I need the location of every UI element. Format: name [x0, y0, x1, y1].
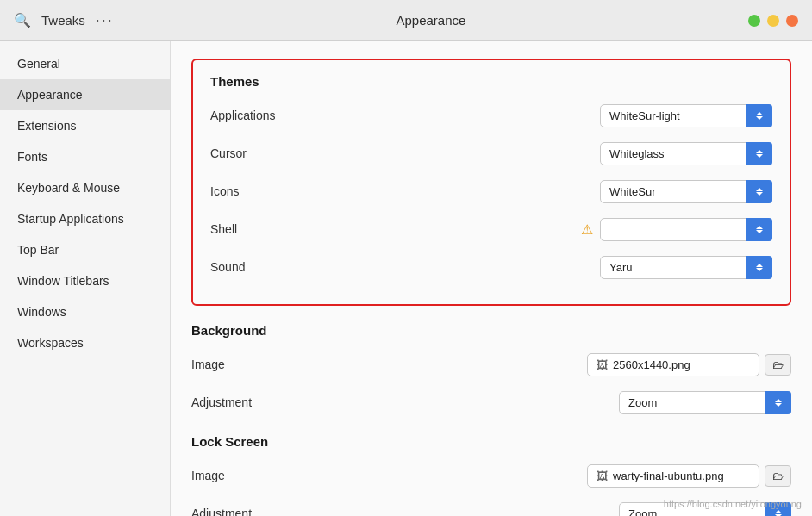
minimize-button[interactable]: [767, 15, 779, 27]
maximize-button[interactable]: [786, 15, 798, 27]
lock-screen-image-value: warty-final-ubuntu.png: [613, 469, 724, 482]
lock-screen-image-label: Image: [191, 469, 398, 482]
lock-screen-image-field-wrap: 🖼 warty-final-ubuntu.png 🗁: [587, 464, 791, 488]
applications-control: WhiteSur-light: [600, 104, 772, 127]
sound-label: Sound: [210, 260, 417, 274]
themes-shell-row: Shell ⚠: [210, 214, 772, 244]
sidebar-item-appearance[interactable]: Appearance: [0, 79, 170, 110]
sidebar-item-windows[interactable]: Windows: [0, 296, 170, 327]
sound-select-wrap: Yaru: [600, 256, 772, 279]
titlebar: 🔍 Tweaks ··· Appearance: [0, 0, 812, 41]
image-icon: 🖼: [597, 358, 608, 371]
background-image-control: 🖼 2560x1440.png 🗁: [587, 353, 791, 376]
main-layout: General Appearance Extensions Fonts Keyb…: [0, 41, 812, 516]
background-image-label: Image: [191, 357, 398, 371]
themes-title: Themes: [210, 74, 772, 89]
more-button[interactable]: ···: [96, 11, 114, 29]
background-adjustment-select-wrap: Zoom: [619, 391, 791, 414]
sidebar: General Appearance Extensions Fonts Keyb…: [0, 41, 171, 516]
background-title: Background: [191, 323, 791, 338]
sidebar-item-window-titlebars[interactable]: Window Titlebars: [0, 265, 170, 296]
sidebar-item-keyboard-mouse[interactable]: Keyboard & Mouse: [0, 172, 170, 203]
background-adjustment-row: Adjustment Zoom: [191, 388, 791, 417]
cursor-label: Cursor: [210, 146, 417, 160]
background-adjustment-control: Zoom: [619, 391, 791, 414]
background-folder-button[interactable]: 🗁: [765, 354, 791, 376]
lock-screen-image-control: 🖼 warty-final-ubuntu.png 🗁: [587, 464, 791, 488]
lock-screen-image-field: 🖼 warty-final-ubuntu.png: [587, 464, 759, 488]
window-controls: [748, 15, 798, 27]
sound-select[interactable]: Yaru: [600, 256, 772, 279]
lock-image-icon: 🖼: [597, 469, 608, 482]
lock-screen-title: Lock Screen: [191, 434, 791, 449]
background-section: Background Image 🖼 2560x1440.png 🗁 Adju: [191, 323, 791, 417]
sound-control: Yaru: [600, 256, 772, 279]
shell-select[interactable]: [600, 218, 772, 241]
themes-applications-row: Applications WhiteSur-light: [210, 101, 772, 130]
icons-select-wrap: WhiteSur: [600, 180, 772, 203]
icons-control: WhiteSur: [600, 180, 772, 203]
background-image-field-wrap: 🖼 2560x1440.png 🗁: [587, 353, 791, 376]
icons-select[interactable]: WhiteSur: [600, 180, 772, 203]
cursor-control: Whiteglass: [600, 142, 772, 165]
app-name: Tweaks: [41, 13, 85, 28]
sidebar-item-startup-applications[interactable]: Startup Applications: [0, 203, 170, 234]
sidebar-item-general[interactable]: General: [0, 48, 170, 79]
background-adjustment-select[interactable]: Zoom: [619, 391, 791, 414]
themes-cursor-row: Cursor Whiteglass: [210, 139, 772, 168]
lock-screen-image-row: Image 🖼 warty-final-ubuntu.png 🗁: [191, 461, 791, 490]
sidebar-item-top-bar[interactable]: Top Bar: [0, 234, 170, 265]
themes-section: Themes Applications WhiteSur-light: [191, 59, 791, 306]
watermark: https://blog.csdn.net/yilongyoung: [664, 499, 802, 509]
applications-select-wrap: WhiteSur-light: [600, 104, 772, 127]
shell-select-wrap: [600, 218, 772, 241]
background-adjustment-label: Adjustment: [191, 395, 398, 409]
background-image-row: Image 🖼 2560x1440.png 🗁: [191, 350, 791, 379]
warning-icon: ⚠: [581, 221, 593, 238]
shell-label: Shell: [210, 222, 417, 236]
window-title: Appearance: [396, 13, 465, 28]
themes-icons-row: Icons WhiteSur: [210, 177, 772, 206]
shell-control: ⚠: [581, 218, 772, 241]
cursor-select-wrap: Whiteglass: [600, 142, 772, 165]
background-image-value: 2560x1440.png: [613, 358, 690, 371]
lock-screen-folder-button[interactable]: 🗁: [765, 465, 791, 487]
sidebar-item-extensions[interactable]: Extensions: [0, 110, 170, 141]
sidebar-item-fonts[interactable]: Fonts: [0, 141, 170, 172]
applications-select[interactable]: WhiteSur-light: [600, 104, 772, 127]
background-image-field: 🖼 2560x1440.png: [587, 353, 759, 376]
content-area: Themes Applications WhiteSur-light: [171, 41, 812, 516]
sidebar-item-workspaces[interactable]: Workspaces: [0, 327, 170, 358]
applications-label: Applications: [210, 109, 417, 122]
themes-sound-row: Sound Yaru: [210, 252, 772, 282]
cursor-select[interactable]: Whiteglass: [600, 142, 772, 165]
icons-label: Icons: [210, 184, 417, 198]
lock-screen-adjustment-label: Adjustment: [191, 507, 398, 516]
close-button[interactable]: [748, 15, 760, 27]
search-icon[interactable]: 🔍: [14, 12, 31, 28]
titlebar-left: 🔍 Tweaks ···: [14, 11, 114, 29]
